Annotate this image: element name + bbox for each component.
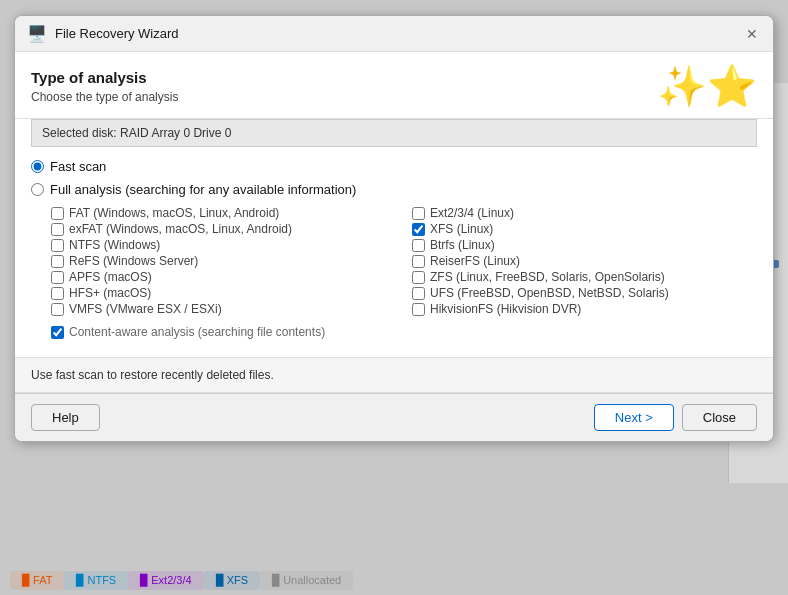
vmfs-checkbox[interactable] — [51, 303, 64, 316]
footer: Help Next > Close — [15, 393, 773, 441]
wizard-icon: ✨⭐ — [657, 66, 757, 106]
exfat-label: exFAT (Windows, macOS, Linux, Android) — [69, 222, 292, 236]
exfat-checkbox[interactable] — [51, 223, 64, 236]
fs-ntfs[interactable]: NTFS (Windows) — [51, 237, 396, 253]
close-title-button[interactable]: ✕ — [743, 25, 761, 43]
ntfs-checkbox[interactable] — [51, 239, 64, 252]
reiserfs-checkbox[interactable] — [412, 255, 425, 268]
fs-apfs[interactable]: APFS (macOS) — [51, 269, 396, 285]
hfsplus-label: HFS+ (macOS) — [69, 286, 151, 300]
zfs-label: ZFS (Linux, FreeBSD, Solaris, OpenSolari… — [430, 270, 665, 284]
header-section: Type of analysis Choose the type of anal… — [15, 52, 773, 119]
zfs-checkbox[interactable] — [412, 271, 425, 284]
fast-scan-label: Fast scan — [50, 159, 106, 174]
btrfs-checkbox[interactable] — [412, 239, 425, 252]
fs-ufs[interactable]: UFS (FreeBSD, OpenBSD, NetBSD, Solaris) — [412, 285, 757, 301]
filesystem-grid: FAT (Windows, macOS, Linux, Android) exF… — [51, 205, 757, 317]
btrfs-label: Btrfs (Linux) — [430, 238, 495, 252]
taskbar-strip: ▉ FAT ▉ NTFS ▉ Ext2/3/4 ▉ XFS ▉ Unalloca… — [0, 565, 788, 595]
hikvision-checkbox[interactable] — [412, 303, 425, 316]
content-aware-section[interactable]: Content-aware analysis (searching file c… — [51, 325, 757, 339]
content-aware-checkbox[interactable] — [51, 326, 64, 339]
reiserfs-label: ReiserFS (Linux) — [430, 254, 520, 268]
dialog-title: File Recovery Wizard — [55, 26, 179, 41]
vmfs-label: VMFS (VMware ESX / ESXi) — [69, 302, 222, 316]
info-text-bar: Use fast scan to restore recently delete… — [15, 357, 773, 393]
fs-right-column: Ext2/3/4 (Linux) XFS (Linux) Btrfs (Linu… — [412, 205, 757, 317]
taskbar-ntfs: ▉ NTFS — [64, 571, 128, 590]
help-button[interactable]: Help — [31, 404, 100, 431]
ext234-checkbox[interactable] — [412, 207, 425, 220]
fs-hfsplus[interactable]: HFS+ (macOS) — [51, 285, 396, 301]
footer-right: Next > Close — [594, 404, 757, 431]
next-button[interactable]: Next > — [594, 404, 674, 431]
options-section: Fast scan Full analysis (searching for a… — [31, 147, 757, 357]
content-area: Selected disk: RAID Array 0 Drive 0 Fast… — [15, 119, 773, 357]
title-bar: 🖥️ File Recovery Wizard ✕ — [15, 16, 773, 52]
ntfs-label: NTFS (Windows) — [69, 238, 160, 252]
section-title: Type of analysis — [31, 69, 178, 86]
selected-disk-label: Selected disk: RAID Array 0 Drive 0 — [42, 126, 231, 140]
fs-xfs[interactable]: XFS (Linux) — [412, 221, 757, 237]
xfs-checkbox[interactable] — [412, 223, 425, 236]
selected-disk-bar: Selected disk: RAID Array 0 Drive 0 — [31, 119, 757, 147]
full-analysis-radio[interactable] — [31, 183, 44, 196]
taskbar-fat-label: ▉ FAT — [22, 574, 52, 587]
taskbar-xfs-label: ▉ XFS — [216, 574, 248, 587]
ufs-checkbox[interactable] — [412, 287, 425, 300]
taskbar-ext234: ▉ Ext2/3/4 — [128, 571, 203, 590]
fs-btrfs[interactable]: Btrfs (Linux) — [412, 237, 757, 253]
apfs-label: APFS (macOS) — [69, 270, 152, 284]
fast-scan-radio[interactable] — [31, 160, 44, 173]
taskbar-ntfs-label: ▉ NTFS — [76, 574, 116, 587]
fs-zfs[interactable]: ZFS (Linux, FreeBSD, Solaris, OpenSolari… — [412, 269, 757, 285]
fs-fat[interactable]: FAT (Windows, macOS, Linux, Android) — [51, 205, 396, 221]
fs-ext234[interactable]: Ext2/3/4 (Linux) — [412, 205, 757, 221]
hikvision-label: HikvisionFS (Hikvision DVR) — [430, 302, 581, 316]
full-analysis-label: Full analysis (searching for any availab… — [50, 182, 356, 197]
fs-exfat[interactable]: exFAT (Windows, macOS, Linux, Android) — [51, 221, 396, 237]
section-subtitle: Choose the type of analysis — [31, 90, 178, 104]
content-aware-label: Content-aware analysis (searching file c… — [69, 325, 325, 339]
info-text: Use fast scan to restore recently delete… — [31, 368, 274, 382]
dialog-close-button[interactable]: Close — [682, 404, 757, 431]
fat-checkbox[interactable] — [51, 207, 64, 220]
fs-hikvision[interactable]: HikvisionFS (Hikvision DVR) — [412, 301, 757, 317]
taskbar-xfs: ▉ XFS — [204, 571, 260, 590]
xfs-label: XFS (Linux) — [430, 222, 493, 236]
fs-refs[interactable]: ReFS (Windows Server) — [51, 253, 396, 269]
taskbar-ext234-label: ▉ Ext2/3/4 — [140, 574, 191, 587]
ext234-label: Ext2/3/4 (Linux) — [430, 206, 514, 220]
app-icon: 🖥️ — [27, 24, 47, 43]
fast-scan-option[interactable]: Fast scan — [31, 159, 757, 174]
hfsplus-checkbox[interactable] — [51, 287, 64, 300]
taskbar-unallocated: ▉ Unallocated — [260, 571, 353, 590]
taskbar-fat: ▉ FAT — [10, 571, 64, 590]
fs-vmfs[interactable]: VMFS (VMware ESX / ESXi) — [51, 301, 396, 317]
taskbar-unallocated-label: ▉ Unallocated — [272, 574, 341, 587]
refs-label: ReFS (Windows Server) — [69, 254, 198, 268]
fs-reiserfs[interactable]: ReiserFS (Linux) — [412, 253, 757, 269]
apfs-checkbox[interactable] — [51, 271, 64, 284]
ufs-label: UFS (FreeBSD, OpenBSD, NetBSD, Solaris) — [430, 286, 669, 300]
full-analysis-option[interactable]: Full analysis (searching for any availab… — [31, 182, 757, 197]
refs-checkbox[interactable] — [51, 255, 64, 268]
fs-left-column: FAT (Windows, macOS, Linux, Android) exF… — [51, 205, 396, 317]
fat-label: FAT (Windows, macOS, Linux, Android) — [69, 206, 279, 220]
